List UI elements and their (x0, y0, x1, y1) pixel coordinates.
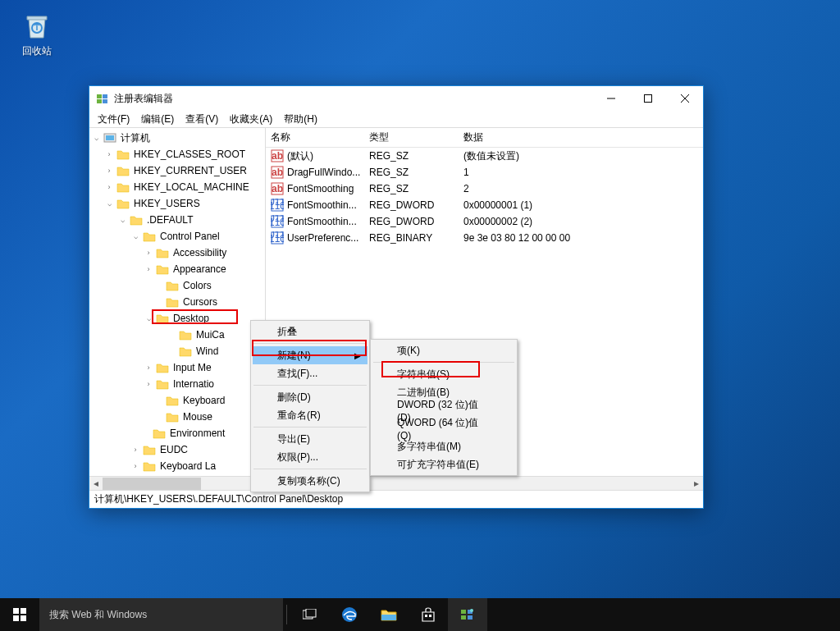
tree-default[interactable]: ⌵.DEFAULT (89, 212, 265, 228)
tree-muicached[interactable]: MuiCa (89, 327, 265, 343)
ctx-new[interactable]: 新建(N)▶ (253, 346, 368, 364)
value-icon: ab (271, 166, 284, 179)
value-icon: ab (271, 149, 284, 162)
col-name[interactable]: 名称 (266, 128, 364, 148)
taskbar-explorer[interactable] (369, 598, 409, 631)
value-data: 2 (459, 181, 703, 196)
taskbar-regedit[interactable] (448, 598, 487, 631)
ctx-permissions[interactable]: 权限(P)... (253, 448, 368, 466)
ctx-rename[interactable]: 重命名(R) (253, 406, 368, 424)
svg-rect-2 (97, 99, 102, 103)
value-icon: 011110 (271, 199, 284, 212)
svg-rect-33 (381, 615, 396, 620)
ctx-copy-key[interactable]: 复制项名称(C) (253, 472, 368, 490)
tree-hkcu[interactable]: ›HKEY_CURRENT_USER (89, 162, 265, 179)
tree-keyboard-layout[interactable]: ›Keyboard La (89, 458, 265, 474)
menu-favorites[interactable]: 收藏夹(A) (225, 111, 277, 127)
status-path: 计算机\HKEY_USERS\.DEFAULT\Control Panel\De… (94, 492, 343, 506)
tree-mouse[interactable]: Mouse (89, 409, 265, 425)
menubar: 文件(F) 编辑(E) 查看(V) 收藏夹(A) 帮助(H) (89, 111, 703, 127)
maximize-button[interactable] (629, 86, 666, 111)
tree-desktop[interactable]: ⌵Desktop (89, 310, 265, 327)
value-type: REG_SZ (364, 165, 459, 180)
close-button[interactable] (666, 86, 703, 111)
ctx-export[interactable]: 导出(E) (253, 430, 368, 448)
menu-help[interactable]: 帮助(H) (279, 111, 322, 127)
context-menu-new: 项(K) 字符串值(S) 二进制值(B) DWORD (32 位)值(D) QW… (370, 339, 518, 476)
context-menu-tree: 折叠 新建(N)▶ 查找(F)... 删除(D) 重命名(R) 导出(E) 权限… (250, 320, 370, 492)
list-row[interactable]: abDragFullWindo...REG_SZ1 (266, 164, 703, 181)
svg-rect-27 (21, 608, 26, 614)
taskbar-edge[interactable] (330, 598, 369, 631)
list-row[interactable]: 011110FontSmoothin...REG_DWORD0x00000002… (266, 213, 703, 230)
list-row[interactable]: 011110UserPreferenc...REG_BINARY9e 3e 03… (266, 230, 703, 246)
menu-view[interactable]: 查看(V) (180, 111, 223, 127)
minimize-button[interactable] (592, 86, 629, 111)
svg-text:ab: ab (272, 150, 283, 162)
ctx-string[interactable]: 字符串值(S) (372, 365, 515, 383)
svg-text:110: 110 (271, 233, 284, 245)
value-data: 1 (459, 165, 703, 180)
horizontal-scrollbar[interactable]: ◂ ▸ (89, 476, 703, 490)
tree-eudc[interactable]: ›EUDC (89, 441, 265, 458)
tree-windowmetrics[interactable]: Wind (89, 343, 265, 359)
tree-hklm[interactable]: ›HKEY_LOCAL_MACHINE (89, 179, 265, 195)
tree-colors[interactable]: Colors (89, 277, 265, 294)
tree-control-panel[interactable]: ⌵Control Panel (89, 228, 265, 245)
svg-rect-34 (425, 615, 427, 617)
value-data: (数值未设置) (459, 148, 703, 165)
value-name: FontSmoothing (287, 183, 354, 194)
tree-hkcr[interactable]: ›HKEY_CLASSES_ROOT (89, 146, 265, 162)
app-icon (96, 92, 109, 105)
store-icon (420, 606, 436, 623)
tree-pane[interactable]: ⌵计算机 ›HKEY_CLASSES_ROOT ›HKEY_CURRENT_US… (89, 128, 266, 490)
taskbar-store[interactable] (409, 598, 448, 631)
svg-rect-6 (644, 95, 651, 103)
value-icon: 011110 (271, 215, 284, 228)
ctx-key[interactable]: 项(K) (372, 341, 515, 359)
menu-file[interactable]: 文件(F) (93, 111, 135, 127)
tree-cursors[interactable]: Cursors (89, 294, 265, 310)
tree-keyboard[interactable]: Keyboard (89, 392, 265, 409)
recycle-bin[interactable]: 回收站 (12, 8, 62, 58)
list-row[interactable]: 011110FontSmoothin...REG_DWORD0x00000001… (266, 197, 703, 213)
svg-rect-35 (429, 615, 431, 617)
titlebar[interactable]: 注册表编辑器 (89, 86, 703, 111)
tree-computer[interactable]: ⌵计算机 (89, 130, 265, 146)
ctx-find[interactable]: 查找(F)... (253, 364, 368, 382)
tree-accessibility[interactable]: ›Accessibility (89, 245, 265, 261)
search-box[interactable]: 搜索 Web 和 Windows (39, 598, 283, 631)
task-view-button[interactable] (290, 598, 330, 631)
window-title: 注册表编辑器 (114, 92, 592, 106)
list-row[interactable]: ab(默认)REG_SZ(数值未设置) (266, 148, 703, 164)
tree-input-method[interactable]: ›Input Me (89, 359, 265, 376)
svg-rect-1 (97, 94, 102, 98)
ctx-collapse[interactable]: 折叠 (253, 322, 368, 341)
value-data: 9e 3e 03 80 12 00 00 00 (459, 231, 703, 245)
svg-rect-3 (103, 94, 107, 98)
value-name: FontSmoothin... (287, 216, 357, 227)
list-header: 名称 类型 数据 (266, 128, 703, 148)
svg-rect-29 (21, 615, 26, 621)
tree-environment[interactable]: Environment (89, 425, 265, 441)
tree-appearance[interactable]: ›Appearance (89, 261, 265, 277)
svg-rect-36 (461, 610, 466, 614)
tree-hku[interactable]: ⌵HKEY_USERS (89, 195, 265, 212)
start-button[interactable] (0, 598, 39, 631)
svg-rect-28 (13, 615, 19, 621)
svg-rect-10 (106, 135, 114, 140)
ctx-expand-string[interactable]: 可扩充字符串值(E) (372, 455, 515, 473)
ctx-qword[interactable]: QWORD (64 位)值(Q) (372, 419, 515, 437)
ctx-multi-string[interactable]: 多字符串值(M) (372, 437, 515, 455)
value-type: REG_SZ (364, 149, 459, 163)
col-data[interactable]: 数据 (459, 128, 703, 148)
menu-edit[interactable]: 编辑(E) (136, 111, 179, 127)
ctx-delete[interactable]: 删除(D) (253, 388, 368, 406)
search-placeholder: 搜索 Web 和 Windows (49, 608, 147, 622)
col-type[interactable]: 类型 (364, 128, 459, 148)
tree-international[interactable]: ›Internatio (89, 376, 265, 392)
taskbar: 搜索 Web 和 Windows (0, 598, 840, 631)
value-name: FontSmoothin... (287, 199, 357, 211)
svg-text:ab: ab (272, 183, 283, 194)
list-row[interactable]: abFontSmoothingREG_SZ2 (266, 181, 703, 197)
